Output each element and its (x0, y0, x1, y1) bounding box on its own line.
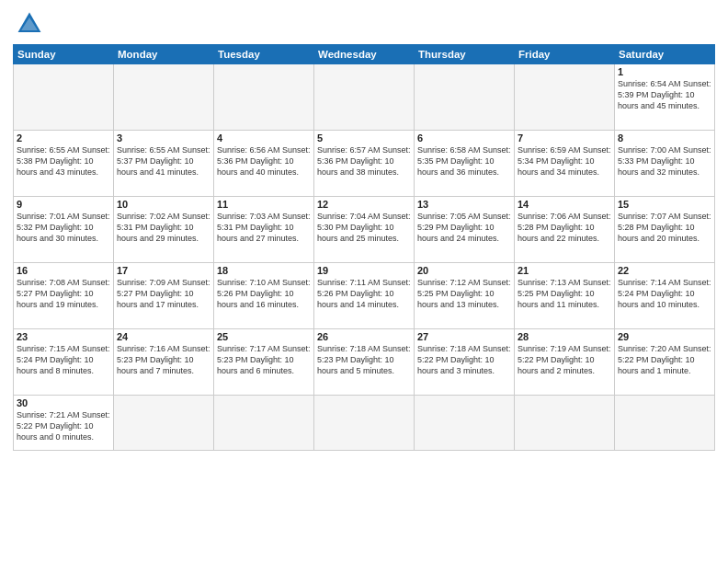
day-number: 25 (217, 331, 311, 342)
calendar-cell: 26Sunrise: 7:18 AM Sunset: 5:23 PM Dayli… (314, 329, 415, 396)
weekday-header-friday: Friday (515, 45, 615, 64)
calendar-cell: 10Sunrise: 7:02 AM Sunset: 5:31 PM Dayli… (114, 197, 214, 263)
header (13, 9, 715, 39)
day-number: 29 (618, 331, 711, 342)
day-info: Sunrise: 7:09 AM Sunset: 5:27 PM Dayligh… (117, 277, 210, 310)
day-number: 26 (317, 331, 411, 342)
day-info: Sunrise: 7:04 AM Sunset: 5:30 PM Dayligh… (317, 211, 411, 244)
day-info: Sunrise: 7:01 AM Sunset: 5:32 PM Dayligh… (17, 211, 110, 244)
calendar-cell (615, 396, 715, 451)
weekday-header-tuesday: Tuesday (214, 45, 314, 64)
day-number: 17 (117, 265, 210, 276)
calendar-cell: 13Sunrise: 7:05 AM Sunset: 5:29 PM Dayli… (415, 197, 515, 263)
weekday-header-saturday: Saturday (615, 45, 715, 64)
calendar-cell: 4Sunrise: 6:56 AM Sunset: 5:36 PM Daylig… (214, 131, 314, 197)
calendar-cell (314, 396, 415, 451)
calendar-cell (415, 64, 515, 131)
day-number: 21 (518, 265, 611, 276)
weekday-header-wednesday: Wednesday (314, 45, 415, 64)
day-info: Sunrise: 7:16 AM Sunset: 5:23 PM Dayligh… (117, 343, 210, 376)
calendar-cell: 9Sunrise: 7:01 AM Sunset: 5:32 PM Daylig… (14, 197, 114, 263)
calendar-cell: 30Sunrise: 7:21 AM Sunset: 5:22 PM Dayli… (14, 396, 114, 451)
day-info: Sunrise: 7:13 AM Sunset: 5:25 PM Dayligh… (518, 277, 611, 310)
calendar-cell (415, 396, 515, 451)
day-info: Sunrise: 7:17 AM Sunset: 5:23 PM Dayligh… (217, 343, 311, 376)
calendar-cell: 20Sunrise: 7:12 AM Sunset: 5:25 PM Dayli… (415, 263, 515, 329)
calendar-cell (214, 64, 314, 131)
day-number: 18 (217, 265, 311, 276)
calendar-cell: 3Sunrise: 6:55 AM Sunset: 5:37 PM Daylig… (114, 131, 214, 197)
day-info: Sunrise: 7:20 AM Sunset: 5:22 PM Dayligh… (618, 343, 711, 376)
calendar-cell (114, 396, 214, 451)
day-number: 19 (317, 265, 411, 276)
week-row-4: 16Sunrise: 7:08 AM Sunset: 5:27 PM Dayli… (14, 263, 715, 329)
day-info: Sunrise: 7:06 AM Sunset: 5:28 PM Dayligh… (518, 211, 611, 244)
logo (13, 9, 44, 39)
calendar-cell: 1Sunrise: 6:54 AM Sunset: 5:39 PM Daylig… (615, 64, 715, 131)
calendar-cell: 27Sunrise: 7:18 AM Sunset: 5:22 PM Dayli… (415, 329, 515, 396)
week-row-3: 9Sunrise: 7:01 AM Sunset: 5:32 PM Daylig… (14, 197, 715, 263)
calendar-table: SundayMondayTuesdayWednesdayThursdayFrid… (13, 44, 715, 451)
day-number: 1 (618, 66, 711, 77)
calendar-cell: 5Sunrise: 6:57 AM Sunset: 5:36 PM Daylig… (314, 131, 415, 197)
calendar-cell: 15Sunrise: 7:07 AM Sunset: 5:28 PM Dayli… (615, 197, 715, 263)
calendar-cell (515, 64, 615, 131)
day-number: 20 (417, 265, 511, 276)
day-info: Sunrise: 7:19 AM Sunset: 5:22 PM Dayligh… (518, 343, 611, 376)
calendar-cell: 19Sunrise: 7:11 AM Sunset: 5:26 PM Dayli… (314, 263, 415, 329)
day-info: Sunrise: 7:14 AM Sunset: 5:24 PM Dayligh… (618, 277, 711, 310)
calendar-cell (314, 64, 415, 131)
weekday-header-monday: Monday (114, 45, 214, 64)
day-number: 24 (117, 331, 210, 342)
calendar-cell (515, 396, 615, 451)
week-row-2: 2Sunrise: 6:55 AM Sunset: 5:38 PM Daylig… (14, 131, 715, 197)
day-info: Sunrise: 7:10 AM Sunset: 5:26 PM Dayligh… (217, 277, 311, 310)
day-info: Sunrise: 7:07 AM Sunset: 5:28 PM Dayligh… (618, 211, 711, 244)
day-info: Sunrise: 7:02 AM Sunset: 5:31 PM Dayligh… (117, 211, 210, 244)
day-number: 27 (417, 331, 511, 342)
day-number: 10 (117, 199, 210, 210)
calendar-cell (14, 64, 114, 131)
day-number: 13 (417, 199, 511, 210)
calendar-cell: 7Sunrise: 6:59 AM Sunset: 5:34 PM Daylig… (515, 131, 615, 197)
week-row-5: 23Sunrise: 7:15 AM Sunset: 5:24 PM Dayli… (14, 329, 715, 396)
day-info: Sunrise: 7:03 AM Sunset: 5:31 PM Dayligh… (217, 211, 311, 244)
day-info: Sunrise: 7:12 AM Sunset: 5:25 PM Dayligh… (417, 277, 511, 310)
day-number: 23 (17, 331, 110, 342)
calendar-cell: 22Sunrise: 7:14 AM Sunset: 5:24 PM Dayli… (615, 263, 715, 329)
calendar-cell: 17Sunrise: 7:09 AM Sunset: 5:27 PM Dayli… (114, 263, 214, 329)
logo-icon (15, 9, 44, 39)
calendar-cell: 12Sunrise: 7:04 AM Sunset: 5:30 PM Dayli… (314, 197, 415, 263)
day-info: Sunrise: 6:57 AM Sunset: 5:36 PM Dayligh… (317, 144, 411, 178)
calendar-cell: 2Sunrise: 6:55 AM Sunset: 5:38 PM Daylig… (14, 131, 114, 197)
weekday-header-sunday: Sunday (14, 45, 114, 64)
day-info: Sunrise: 7:00 AM Sunset: 5:33 PM Dayligh… (618, 144, 711, 178)
day-info: Sunrise: 7:05 AM Sunset: 5:29 PM Dayligh… (417, 211, 511, 244)
calendar-cell: 21Sunrise: 7:13 AM Sunset: 5:25 PM Dayli… (515, 263, 615, 329)
day-number: 16 (17, 265, 110, 276)
calendar-cell: 6Sunrise: 6:58 AM Sunset: 5:35 PM Daylig… (415, 131, 515, 197)
weekday-header-thursday: Thursday (415, 45, 515, 64)
day-info: Sunrise: 6:58 AM Sunset: 5:35 PM Dayligh… (417, 144, 511, 178)
day-number: 14 (518, 199, 611, 210)
day-info: Sunrise: 6:56 AM Sunset: 5:36 PM Dayligh… (217, 144, 311, 178)
day-info: Sunrise: 7:21 AM Sunset: 5:22 PM Dayligh… (17, 409, 110, 442)
page: SundayMondayTuesdayWednesdayThursdayFrid… (0, 0, 728, 563)
weekday-header-row: SundayMondayTuesdayWednesdayThursdayFrid… (14, 45, 715, 64)
calendar-cell: 11Sunrise: 7:03 AM Sunset: 5:31 PM Dayli… (214, 197, 314, 263)
day-number: 5 (317, 132, 411, 144)
calendar-cell: 28Sunrise: 7:19 AM Sunset: 5:22 PM Dayli… (515, 329, 615, 396)
day-info: Sunrise: 7:11 AM Sunset: 5:26 PM Dayligh… (317, 277, 411, 310)
day-info: Sunrise: 7:08 AM Sunset: 5:27 PM Dayligh… (17, 277, 110, 310)
calendar-cell: 8Sunrise: 7:00 AM Sunset: 5:33 PM Daylig… (615, 131, 715, 197)
day-number: 30 (17, 397, 110, 408)
calendar-cell (114, 64, 214, 131)
calendar-cell: 23Sunrise: 7:15 AM Sunset: 5:24 PM Dayli… (14, 329, 114, 396)
week-row-6: 30Sunrise: 7:21 AM Sunset: 5:22 PM Dayli… (14, 396, 715, 451)
calendar-cell: 25Sunrise: 7:17 AM Sunset: 5:23 PM Dayli… (214, 329, 314, 396)
day-number: 8 (618, 132, 711, 144)
day-number: 7 (518, 132, 611, 144)
day-number: 12 (317, 199, 411, 210)
day-info: Sunrise: 6:55 AM Sunset: 5:38 PM Dayligh… (17, 144, 110, 178)
day-number: 28 (518, 331, 611, 342)
